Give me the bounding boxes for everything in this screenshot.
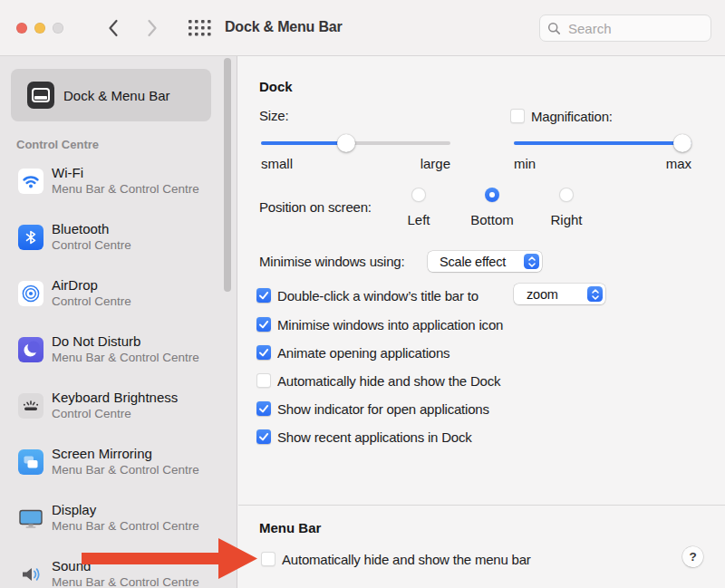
magnification-label[interactable]: Magnification:	[531, 109, 613, 124]
double-click-checkbox[interactable]	[256, 288, 271, 303]
checkmark-icon	[256, 317, 271, 332]
sidebar-item-screen-mirroring[interactable]: Screen Mirroring Menu Bar & Control Cent…	[0, 434, 237, 490]
sidebar-item-wifi[interactable]: Wi-Fi Menu Bar & Control Centre	[0, 153, 237, 209]
checkbox-label[interactable]: Minimise windows into application icon	[277, 317, 503, 333]
minimize-button[interactable]	[34, 23, 45, 34]
sidebar-item-dock-menu-bar[interactable]: Dock & Menu Bar	[11, 69, 211, 121]
checkbox-row: Show recent applications in Dock	[256, 428, 472, 446]
system-preferences-window: Dock & Menu Bar Dock & Menu Bar Control …	[0, 0, 725, 588]
checkbox-label[interactable]: Show recent applications in Dock	[277, 429, 472, 445]
magnification-min-label: min	[514, 156, 536, 171]
size-max-label: large	[420, 156, 450, 171]
sidebar-item-sublabel: Menu Bar & Control Centre	[52, 351, 199, 366]
back-button[interactable]	[102, 17, 124, 39]
sidebar-item-bluetooth[interactable]: Bluetooth Control Centre	[0, 209, 237, 265]
position-radio-left[interactable]	[411, 188, 426, 202]
sidebar-section-header: Control Centre	[16, 138, 99, 151]
minimise-into-icon-checkbox[interactable]	[256, 317, 271, 332]
sidebar-item-keyboard-brightness[interactable]: Keyboard Brightness Control Centre	[0, 378, 237, 434]
magnification-checkbox[interactable]	[510, 109, 525, 123]
slider-thumb[interactable]	[673, 134, 691, 152]
display-icon	[18, 506, 44, 531]
sidebar-item-sublabel: Control Centre	[52, 294, 131, 310]
sidebar-item-airdrop[interactable]: AirDrop Control Centre	[0, 265, 237, 322]
section-divider	[238, 505, 725, 506]
keyboard-brightness-icon	[18, 393, 44, 419]
sidebar-item-sublabel: Menu Bar & Control Centre	[52, 519, 199, 535]
slider-thumb[interactable]	[337, 134, 355, 152]
sidebar-item-sublabel: Control Centre	[52, 407, 178, 422]
sidebar-item-label: Do Not Disturb	[52, 333, 199, 351]
sidebar-scrollbar[interactable]	[224, 58, 231, 292]
dock-size-slider[interactable]	[261, 134, 450, 152]
slider-fill	[261, 141, 346, 145]
checkbox-label[interactable]: Automatically hide and show the Dock	[277, 373, 500, 389]
position-radio-right[interactable]	[559, 188, 574, 202]
bluetooth-icon	[18, 225, 44, 250]
position-option-left-label[interactable]: Left	[407, 212, 430, 227]
sidebar-item-label: Bluetooth	[52, 221, 131, 238]
checkmark-icon	[256, 429, 271, 444]
checkmark-icon	[256, 345, 271, 360]
search-icon	[547, 22, 561, 35]
size-label: Size:	[259, 108, 288, 123]
menu-bar-checkbox-row: Automatically hide and show the menu bar	[261, 550, 531, 568]
sidebar-item-label: Dock & Menu Bar	[63, 88, 170, 103]
size-end-labels: small large	[261, 156, 450, 171]
close-button[interactable]	[16, 23, 27, 34]
show-indicator-checkbox[interactable]	[256, 401, 271, 416]
help-label: ?	[689, 550, 696, 564]
chevron-right-icon	[146, 19, 159, 37]
dropdown-value: Scale effect	[440, 255, 506, 269]
auto-hide-menu-bar-checkbox[interactable]	[261, 552, 276, 566]
chevron-left-icon	[107, 19, 120, 37]
titlebar: Dock & Menu Bar	[0, 0, 725, 56]
checkbox-label[interactable]: Automatically hide and show the menu bar	[282, 552, 531, 567]
help-button[interactable]: ?	[682, 546, 703, 567]
moon-icon	[18, 337, 44, 362]
screen-mirroring-icon	[18, 449, 44, 475]
checkbox-row: Automatically hide and show the Dock	[256, 371, 500, 390]
position-radio-bottom[interactable]	[485, 188, 499, 202]
show-all-button[interactable]	[188, 20, 212, 37]
minimise-effect-dropdown[interactable]: Scale effect	[428, 251, 542, 272]
wifi-icon	[18, 169, 44, 194]
checkmark-icon	[256, 288, 271, 303]
position-label: Position on screen:	[259, 199, 372, 215]
sidebar-item-do-not-disturb[interactable]: Do Not Disturb Menu Bar & Control Centre	[0, 322, 237, 378]
checkbox-label[interactable]: Show indicator for open applications	[277, 401, 489, 417]
size-min-label: small	[261, 156, 293, 171]
forward-button[interactable]	[141, 17, 163, 39]
airdrop-icon	[18, 281, 44, 306]
updown-chevrons-icon	[524, 254, 539, 269]
checkbox-label[interactable]: Animate opening applications	[277, 345, 450, 361]
sidebar-item-label: Screen Mirroring	[52, 446, 199, 463]
dock-menubar-icon	[27, 82, 54, 109]
sidebar-list: Wi-Fi Menu Bar & Control Centre Bluetoot…	[0, 153, 237, 588]
double-click-label[interactable]: Double-click a window’s title bar to	[277, 288, 478, 304]
show-recent-apps-checkbox[interactable]	[256, 429, 271, 444]
sidebar-item-sublabel: Control Centre	[52, 238, 131, 254]
dock-section-heading: Dock	[259, 79, 293, 94]
slider-fill	[514, 141, 691, 145]
animate-opening-checkbox[interactable]	[256, 345, 271, 360]
position-option-bottom-label[interactable]: Bottom	[470, 212, 514, 227]
position-option-right-label[interactable]: Right	[550, 212, 582, 227]
zoom-button[interactable]	[53, 23, 63, 34]
search-input[interactable]	[566, 20, 693, 37]
magnification-slider[interactable]	[514, 134, 691, 152]
checkbox-row: Minimise windows into application icon	[256, 315, 503, 333]
sidebar: Dock & Menu Bar Control Centre Wi-Fi Men…	[0, 56, 237, 588]
sidebar-item-label: Wi-Fi	[52, 165, 199, 182]
sidebar-item-label: Keyboard Brightness	[52, 390, 178, 407]
sidebar-item-sublabel: Menu Bar & Control Centre	[52, 182, 199, 198]
minimise-using-label: Minimise windows using:	[259, 254, 404, 269]
double-click-action-dropdown[interactable]: zoom	[514, 284, 605, 304]
auto-hide-dock-checkbox[interactable]	[256, 373, 271, 388]
magnification-max-label: max	[666, 156, 691, 171]
red-arrow-annotation	[82, 538, 257, 579]
main-panel: Dock Size: Magnification: small large mi…	[238, 56, 725, 588]
search-field[interactable]	[539, 14, 711, 42]
double-click-row: Double-click a window’s title bar to	[256, 286, 478, 304]
page-title: Dock & Menu Bar	[225, 19, 342, 35]
